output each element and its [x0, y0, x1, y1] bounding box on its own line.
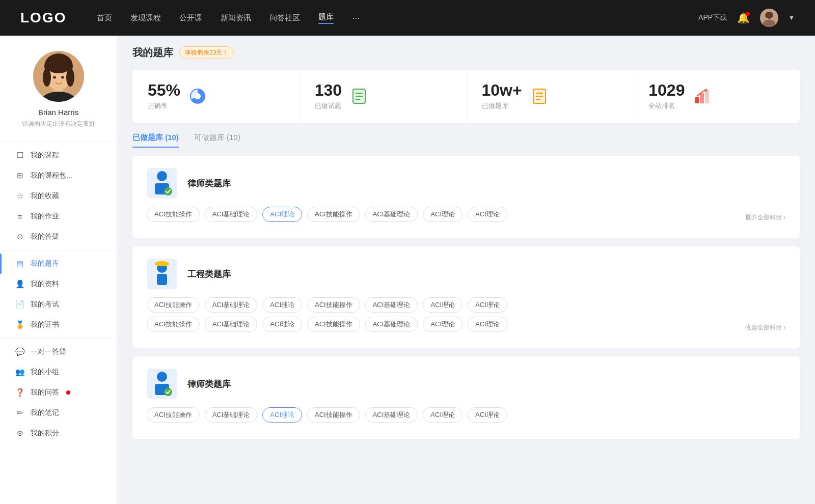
sidebar-item-qa[interactable]: ⊙ 我的答疑 — [0, 227, 117, 247]
trial-badge: 体验剩余23天！ — [179, 46, 234, 59]
sidebar-item-label: 我的证书 — [31, 320, 59, 329]
tag-1-0-1[interactable]: ACI基础理论 — [205, 207, 258, 222]
sidebar-item-my-course[interactable]: ☐ 我的课程 — [0, 145, 117, 165]
nav-questionbank[interactable]: 题库 — [318, 12, 334, 24]
qa-icon: ⊙ — [15, 232, 24, 241]
sidebar-item-exam[interactable]: 📄 我的考试 — [0, 294, 117, 315]
stat-ranking-label: 全站排名 — [648, 101, 685, 110]
tab-available-banks[interactable]: 可做题库 (10) — [194, 133, 240, 148]
tag-2-1-1[interactable]: ACI基础理论 — [205, 317, 258, 332]
bank-card-3-header: 律师类题库 — [147, 369, 785, 399]
sidebar-item-label: 我的考试 — [31, 300, 59, 309]
question-bank-icon: ▤ — [15, 259, 24, 268]
sidebar-item-course-package[interactable]: ⊞ 我的课程包... — [0, 165, 117, 186]
certificate-icon: 🏅 — [15, 320, 24, 329]
svg-point-13 — [61, 76, 64, 79]
tag-2-1-2[interactable]: ACI理论 — [262, 317, 302, 332]
nav-discover[interactable]: 发现课程 — [130, 13, 161, 23]
points-icon: ⊛ — [15, 429, 24, 438]
svg-rect-28 — [705, 90, 709, 103]
tag-2-0-4[interactable]: ACI基础理论 — [365, 297, 418, 313]
svg-rect-36 — [157, 274, 167, 285]
bank-tags-row-2-1: ACI技能操作 ACI基础理论 ACI理论 ACI技能操作 ACI基础理论 AC… — [147, 317, 785, 332]
tag-2-0-3[interactable]: ACI技能操作 — [307, 297, 360, 313]
tag-2-1-0[interactable]: ACI技能操作 — [147, 317, 200, 332]
tag-1-0-5[interactable]: ACI理论 — [423, 207, 463, 222]
main-content: 我的题库 体验剩余23天！ 55% 正确率 — [117, 36, 815, 504]
tag-1-0-6[interactable]: ACI理论 — [468, 207, 507, 222]
sidebar-item-my-group[interactable]: 👥 我的小组 — [0, 362, 117, 382]
user-avatar-nav[interactable] — [760, 9, 778, 27]
exam-icon: 📄 — [15, 300, 24, 309]
nav-more[interactable]: ··· — [352, 13, 360, 23]
tag-2-1-4[interactable]: ACI基础理论 — [365, 317, 418, 332]
tutoring-icon: 💬 — [15, 347, 24, 356]
sidebar-item-question-bank[interactable]: ▤ 我的题库 — [0, 254, 117, 274]
tag-1-0-2[interactable]: ACI理论 — [262, 207, 302, 222]
sidebar-item-tutoring[interactable]: 💬 一对一答疑 — [0, 342, 117, 362]
course-package-icon: ⊞ — [15, 171, 24, 180]
done-banks-icon — [530, 87, 549, 105]
sidebar-item-favorites[interactable]: ☆ 我的收藏 — [0, 186, 117, 206]
sidebar: Brian Harris 错误的决定比没有决定要好 ☐ 我的课程 ⊞ 我的课程包… — [0, 36, 117, 504]
tab-done-banks[interactable]: 已做题库 (10) — [132, 133, 179, 148]
bank-card-3: 律师类题库 ACI技能操作 ACI基础理论 ACI理论 ACI技能操作 ACI基… — [132, 356, 800, 439]
tag-2-0-5[interactable]: ACI理论 — [423, 297, 463, 313]
bank-icon-lawyer-1 — [147, 168, 177, 199]
tag-2-0-6[interactable]: ACI理论 — [468, 297, 507, 313]
tag-2-0-0[interactable]: ACI技能操作 — [147, 297, 200, 313]
notification-dot — [746, 12, 750, 16]
sidebar-item-my-data[interactable]: 👤 我的资料 — [0, 274, 117, 294]
tag-1-0-4[interactable]: ACI基础理论 — [365, 207, 418, 222]
app-download-button[interactable]: APP下载 — [698, 13, 727, 22]
tag-3-0-3[interactable]: ACI技能操作 — [307, 407, 360, 423]
tag-3-0-2[interactable]: ACI理论 — [262, 407, 302, 423]
sidebar-item-my-questions[interactable]: ❓ 我的问答 — [0, 382, 117, 403]
sidebar-divider-3 — [0, 338, 117, 339]
stat-done-banks-label: 已做题库 — [482, 101, 522, 110]
tag-2-1-6[interactable]: ACI理论 — [468, 317, 507, 332]
my-questions-icon: ❓ — [15, 388, 24, 397]
stat-done-banks: 10w+ 已做题库 — [467, 70, 634, 123]
expand-link-2[interactable]: 收起全部科目 › — [745, 323, 785, 332]
stat-accuracy-label: 正确率 — [148, 101, 180, 110]
tag-2-1-5[interactable]: ACI理论 — [423, 317, 463, 332]
nav-news[interactable]: 新闻资讯 — [221, 13, 251, 23]
section-header: 我的题库 体验剩余23天！ — [132, 46, 800, 60]
svg-rect-27 — [700, 93, 704, 103]
my-group-icon: 👥 — [15, 368, 24, 377]
stat-ranking-value: 1029 — [648, 82, 685, 98]
sidebar-item-label: 我的答疑 — [31, 232, 59, 241]
notification-bell[interactable]: 🔔 — [737, 12, 750, 24]
sidebar-username: Brian Harris — [38, 108, 78, 117]
tag-1-0-3[interactable]: ACI技能操作 — [307, 207, 360, 222]
sidebar-item-label: 我的题库 — [31, 259, 59, 268]
tag-3-0-0[interactable]: ACI技能操作 — [147, 407, 200, 423]
tag-3-0-6[interactable]: ACI理论 — [468, 407, 507, 423]
nav-home[interactable]: 首页 — [97, 13, 112, 23]
sidebar-item-certificate[interactable]: 🏅 我的证书 — [0, 315, 117, 335]
stat-done-questions: 130 已做试题 — [300, 70, 467, 123]
nav-qa[interactable]: 问答社区 — [269, 13, 300, 23]
sidebar-motto: 错误的决定比没有决定要好 — [12, 120, 105, 128]
nav-opencourse[interactable]: 公开课 — [179, 13, 202, 23]
question-notification-dot — [66, 390, 70, 395]
user-dropdown-arrow[interactable]: ▼ — [789, 14, 795, 21]
tag-3-0-5[interactable]: ACI理论 — [423, 407, 463, 423]
tag-2-0-1[interactable]: ACI基础理论 — [205, 297, 258, 313]
tag-2-0-2[interactable]: ACI理论 — [262, 297, 302, 313]
sidebar-item-notes[interactable]: ✏ 我的笔记 — [0, 403, 117, 423]
svg-point-32 — [164, 187, 172, 195]
done-questions-icon — [350, 87, 368, 105]
svg-point-39 — [164, 388, 172, 396]
homework-icon: ≡ — [15, 212, 24, 221]
sidebar-item-homework[interactable]: ≡ 我的作业 — [0, 206, 117, 227]
sidebar-item-points[interactable]: ⊛ 我的积分 — [0, 423, 117, 443]
tag-3-0-4[interactable]: ACI基础理论 — [365, 407, 418, 423]
expand-link-1[interactable]: 展开全部科目 › — [745, 213, 785, 222]
tag-1-0-0[interactable]: ACI技能操作 — [147, 207, 200, 222]
svg-rect-35 — [155, 263, 169, 265]
tag-3-0-1[interactable]: ACI基础理论 — [205, 407, 258, 423]
page-layout: Brian Harris 错误的决定比没有决定要好 ☐ 我的课程 ⊞ 我的课程包… — [0, 36, 815, 504]
tag-2-1-3[interactable]: ACI技能操作 — [307, 317, 360, 332]
